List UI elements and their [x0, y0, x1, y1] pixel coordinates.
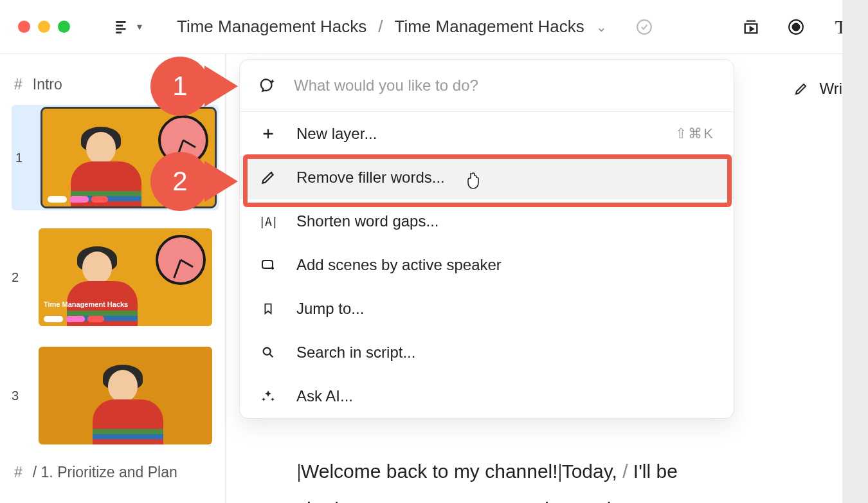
svg-point-4	[264, 348, 271, 355]
scene-number: 1	[15, 151, 28, 165]
window-controls	[18, 21, 70, 33]
cmd-label: New layer...	[296, 125, 377, 143]
close-window-button[interactable]	[18, 21, 30, 33]
breadcrumb-project[interactable]: Time Management Hacks	[177, 17, 366, 37]
breadcrumb-file[interactable]: Time Management Hacks	[395, 17, 584, 37]
cmd-add-scenes-by-speaker[interactable]: Add scenes by active speaker	[240, 243, 734, 287]
magic-pencil-icon	[259, 169, 277, 187]
sparkles-icon	[259, 387, 277, 405]
chevron-down-icon[interactable]: ⌄	[596, 19, 607, 35]
app-logo-menu[interactable]: ▾	[113, 18, 142, 36]
cmd-label: Remove filler words...	[296, 169, 445, 187]
cmd-ask-ai[interactable]: Ask AI...	[240, 374, 734, 418]
scene-number: 2	[12, 270, 24, 285]
cmd-search-in-script[interactable]: Search in script...	[240, 331, 734, 374]
cmd-label: Ask AI...	[296, 387, 353, 405]
breadcrumb-separator: /	[378, 17, 383, 37]
thumbnail-title: Time Management Hacks	[44, 300, 128, 308]
svg-point-2	[793, 23, 800, 30]
hash-icon: #	[14, 76, 23, 93]
scene-number: 3	[12, 389, 24, 403]
transcript-text[interactable]: Welcome back to my channel!Today, / I'll…	[297, 453, 842, 503]
scene-thumbnail	[39, 347, 212, 444]
right-panel-edge	[842, 0, 868, 503]
section-label: Intro	[33, 76, 62, 93]
chevron-down-icon: ▾	[137, 21, 142, 33]
plus-icon	[259, 125, 277, 143]
cmd-label: Jump to...	[296, 300, 364, 318]
bookmark-icon	[259, 300, 277, 318]
annotation-callout-1: 1	[150, 57, 210, 116]
minimize-window-button[interactable]	[38, 21, 50, 33]
record-icon[interactable]	[787, 18, 805, 36]
cmd-label: Add scenes by active speaker	[296, 256, 502, 274]
top-right-actions: T	[742, 18, 850, 36]
scene-add-icon	[259, 256, 277, 274]
annotation-callout-2: 2	[150, 152, 210, 211]
pencil-icon	[792, 80, 810, 98]
cmd-label: Search in script...	[296, 343, 415, 361]
callout-number: 2	[172, 166, 187, 197]
media-library-icon[interactable]	[742, 18, 760, 36]
scene-thumbnail: Time Management Hacks	[39, 228, 212, 326]
scene-item-2[interactable]: 2 Time Management Hacks	[12, 226, 219, 329]
breadcrumb: Time Management Hacks / Time Management …	[177, 17, 607, 37]
keyboard-shortcut: ⇧⌘K	[675, 125, 714, 142]
sparkle-chat-icon	[259, 77, 277, 95]
status-check-icon	[635, 18, 653, 36]
cmd-remove-filler-words[interactable]: Remove filler words...	[240, 156, 734, 199]
command-input[interactable]	[294, 77, 714, 95]
svg-point-0	[637, 20, 651, 34]
cmd-new-layer[interactable]: New layer... ⇧⌘K	[240, 112, 734, 156]
cmd-jump-to[interactable]: Jump to...	[240, 287, 734, 331]
section-header-prioritize[interactable]: # / 1. Prioritize and Plan	[14, 464, 219, 481]
hash-icon: #	[14, 464, 23, 481]
cmd-label: Shorten word gaps...	[296, 212, 439, 230]
command-menu: New layer... ⇧⌘K Remove filler words... …	[239, 59, 734, 419]
word-gap-icon: |A|	[259, 212, 277, 230]
section-label: / 1. Prioritize and Plan	[33, 464, 177, 481]
search-icon	[259, 343, 277, 361]
cmd-shorten-word-gaps[interactable]: |A| Shorten word gaps...	[240, 199, 734, 243]
top-bar: ▾ Time Management Hacks / Time Managemen…	[0, 0, 868, 54]
fullscreen-window-button[interactable]	[58, 21, 70, 33]
svg-rect-3	[262, 261, 273, 268]
callout-number: 1	[172, 71, 187, 102]
scene-sidebar: # Intro 1 2 Time Management Hacks 3	[0, 54, 226, 503]
command-input-row	[240, 60, 734, 112]
descript-logo-icon	[113, 18, 131, 36]
scene-item-3[interactable]: 3	[12, 344, 219, 447]
